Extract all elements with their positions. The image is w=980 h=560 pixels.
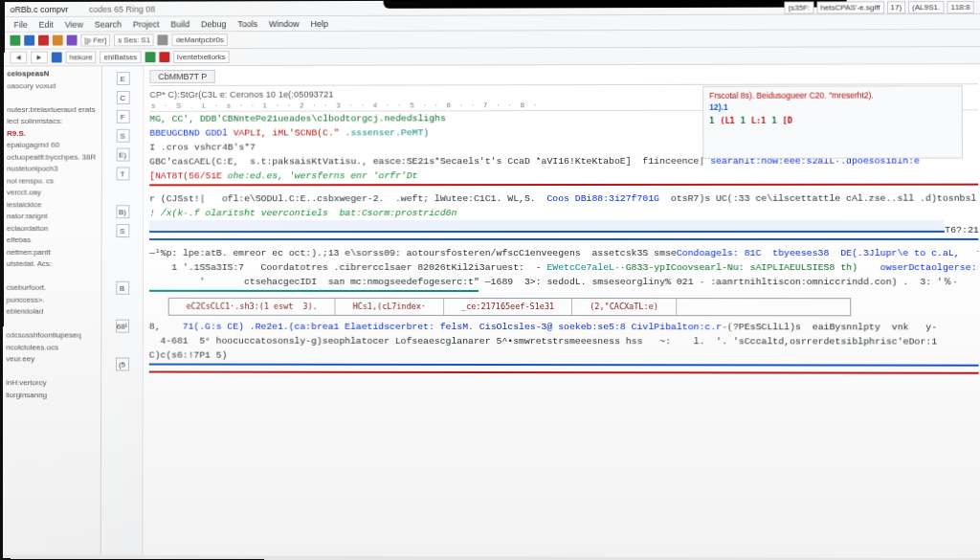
code-line[interactable]: 8, 71(.G:s CE) .Re2e1.(ca:brea1 Elaetids… [149,320,979,335]
stop-icon[interactable] [38,35,49,46]
run-icon[interactable] [10,35,20,46]
outline-sidebar[interactable]: celospeasN oascory voxud nutesr:brelaxtu… [3,66,102,555]
tb2-label2[interactable]: ehlBatses [100,51,142,63]
code-editor[interactable]: CbMMB7T P CP* C):StGr(C3L e: Ceronos 10 … [143,64,980,558]
outline-item[interactable]: nustetonlpoch3 [7,164,99,176]
outline-item[interactable] [7,270,99,281]
menu-debug[interactable]: Debug [197,19,230,29]
menu-build[interactable]: Build [167,19,193,29]
gutter-mark[interactable]: S [116,224,129,237]
code-line[interactable]: ' ctsehacgecIDI san mc:nmogseedefogeserc… [149,275,979,289]
nav-back-button[interactable]: ◄ [10,52,27,64]
gutter-mark[interactable]: (5 [116,357,129,370]
info-numbers: 1(L11L:11[D [709,114,956,125]
outline-item[interactable]: cdcsosshfoontiupeseq [6,330,98,343]
gutter-mark[interactable]: E) [116,148,129,162]
debug-icon[interactable] [53,35,63,46]
toolbar-combo-2[interactable]: s Ses: S1 [114,34,154,46]
code-token: ' ctsehacgecIDI san mc:nmogseedefogeserc… [149,277,958,287]
outline-item[interactable]: ncotctolees.ocs [6,342,98,354]
outline-item[interactable]: eblendolad [7,306,99,319]
code-line[interactable]: ―¹%p: lpe:atB. emreor ec oct:).;13 e\sor… [149,246,978,260]
outline-item[interactable]: octuopeatfl:bycchpes. 38R [7,151,99,164]
outline-item[interactable]: nutesr:brelaxtueraud erats [7,103,99,116]
outline-item[interactable]: liorginsanng [6,390,98,402]
code-token: 4-681 5° hoocuccatosonsly-g)seophlatocer… [149,336,979,347]
outline-item[interactable]: R9.S. [7,127,99,140]
gutter-mark[interactable]: B) [116,205,129,218]
gutter-mark[interactable]: B [116,281,129,295]
build-icon[interactable] [24,35,34,46]
gutter-mark[interactable]: C [116,91,129,104]
status-enc: hetsCPAS'-e.sgiff [816,1,883,13]
code-token: otsR7)s UC(:33 ce\ilscettattle cAl.zse..… [659,193,979,204]
gutter-mark[interactable]: S [116,129,129,143]
code-line[interactable]: [NAT8T(56/51E ohe:ed.es, 'wersferns enr … [149,168,978,184]
menu-view[interactable]: View [61,19,87,29]
outline-item[interactable] [6,401,98,414]
outline-item[interactable]: veur.eey [6,353,98,366]
code-line[interactable]: ! /x(k·.f olaritsht veercontiels bat:Cso… [149,206,978,220]
outline-item[interactable]: nol renspo. cs [7,175,99,187]
code-token: ! /x(k·.f olaritsht veercontiels bat:Cso… [149,208,457,218]
outline-item[interactable]: elfebas [7,235,99,246]
menu-tools[interactable]: Tools [234,19,261,29]
break-icon[interactable] [159,52,169,62]
code-line[interactable]: r (CJSst!| ofl:e\SODUl.C:E..csbxweger-2.… [149,191,978,207]
menu-edit[interactable]: Edit [35,19,57,29]
tb2-label1[interactable]: hekore [66,51,97,63]
gutter-mark[interactable]: E [116,72,129,85]
code-token: Coos DBi88:3i27f701G [546,193,659,204]
code-token: C)c(s6:!7P1 5) [149,350,228,361]
outline-item[interactable]: cseburfoort. [7,282,99,294]
gutter-mark[interactable]: 68¹ [116,320,129,333]
outline-item[interactable] [6,366,98,378]
monitor-bezel [384,0,847,9]
editor-gutter[interactable]: ECFSE)TB)SB68¹(5 [101,66,145,555]
quick-info-pane: Frscotal 8s). Beidusogueer C20. "mreserh… [702,85,963,159]
code-token: ohe:ed.es, 'wersferns enr 'orfr'Dt [228,170,418,181]
nav-fwd-button[interactable]: ► [31,52,48,64]
info-number: 1 [709,115,714,126]
code-token: ·G833-ypICoovsearl-Nu: sAIPLIAEULSIES8 t… [620,262,880,273]
outline-item[interactable]: utstedat. Acs: [7,258,99,270]
info-line2: 12).1 [709,101,956,112]
menu-search[interactable]: Search [91,19,125,29]
profile-icon[interactable] [67,35,78,46]
outline-item[interactable]: inH:vertorcy [6,377,98,390]
menu-window[interactable]: Window [265,19,303,29]
tb2-label3[interactable]: Iventetxellorks [173,51,230,63]
code-line[interactable]: 1 '.1SSa3IS:7 Coordatotres .cibrercclsae… [149,260,978,275]
code-line[interactable]: 4-681 5° hoocuccatosonsly-g)seophlatocer… [149,334,979,349]
code-token: 1 '.1SSa3IS:7 Coordatotres .cibrercclsae… [149,262,546,273]
bookmark-icon[interactable] [52,52,62,62]
code-token: ―¹%p: lpe:atB. emreor ec oct:).;13 e\sor… [149,248,677,258]
titlebar-file: oRBb.c compvr [11,4,69,13]
outline-item[interactable]: eclaordatton [7,223,99,235]
gutter-mark[interactable]: T [116,167,129,180]
status-ln: 17) [886,1,905,13]
menu-help[interactable]: Help [307,18,332,28]
toolbar-combo-3[interactable]: deMantpcbr0s [172,34,228,46]
outline-item[interactable]: nator:rarignt [7,211,99,222]
code-line[interactable]: T6?:218@LedbICELouloauonss\aut%shot-9 eu… [149,220,978,237]
menu-project[interactable]: Project [129,19,164,29]
code-line[interactable]: C)c(s6:!7P1 5) [149,348,979,364]
outline-item[interactable]: epalogagrnd 60 [7,140,99,152]
menu-file[interactable]: File [11,19,32,29]
outline-item[interactable]: lestalcklce [7,199,99,211]
outline-item[interactable]: punccess>. [7,294,99,305]
boxed-cell: eC2CsCLC1·.sh3:(1 eswt 3). [169,299,336,315]
toolbar-combo-1[interactable]: [p Fer] [80,34,110,47]
code-token: MG, CC', [149,114,199,124]
gutter-mark[interactable]: F [116,110,129,123]
outline-item[interactable] [6,318,98,330]
outline-item[interactable]: vercct.oay [7,187,99,198]
editor-tab[interactable]: CbMMB7T P [149,70,215,83]
code-token: 71(.G:s CE) .Re2e1.(ca:brea1 Elaetidscer… [183,322,722,333]
outline-item[interactable] [7,92,99,104]
outline-item[interactable]: oascory voxud [7,80,99,93]
hier-icon[interactable] [145,52,155,62]
outline-item[interactable]: nettnen:pantt [7,247,99,258]
outline-item[interactable]: lect solinmstacs: [7,116,99,128]
